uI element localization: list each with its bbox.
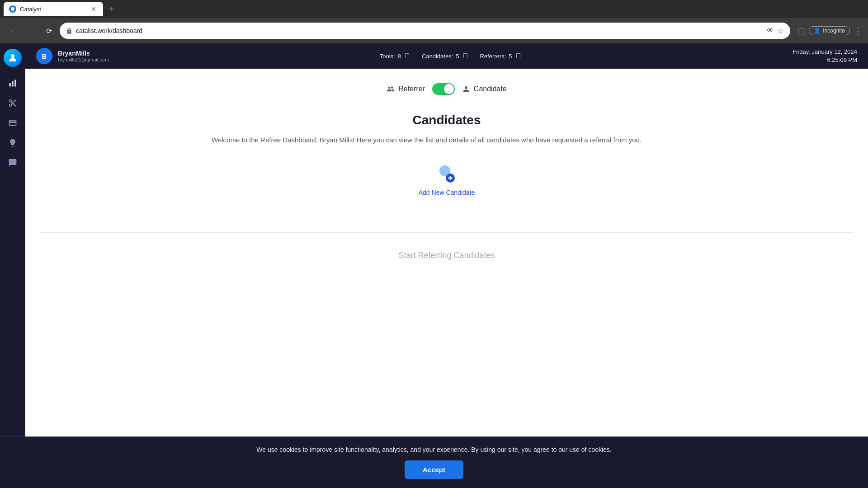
candidates-stat: Candidates: 5 🗒 — [422, 52, 469, 60]
candidate-icon — [462, 85, 470, 93]
header-date: Friday, January 12, 2024 — [793, 48, 857, 56]
active-tab[interactable]: Catalyst ✕ — [4, 2, 103, 16]
address-icons: 👁 ☆ — [767, 27, 784, 35]
app-logo[interactable] — [4, 49, 22, 67]
referrer-toggle-label: Referrer — [387, 85, 425, 93]
content-divider — [40, 232, 854, 233]
person-icon: 👤 — [814, 28, 821, 34]
tools-count: 8 — [398, 53, 401, 60]
page-title: Candidates — [413, 113, 481, 127]
sidebar: B — [0, 43, 25, 488]
cookie-accept-button[interactable]: Accept — [405, 460, 463, 479]
chart-bar-icon — [8, 79, 17, 88]
card-icon — [8, 118, 17, 127]
chat-icon — [8, 158, 17, 167]
add-candidate-icon-container — [436, 164, 458, 185]
back-button[interactable]: ← — [5, 23, 20, 38]
empty-state-text: Start Referring Candidates — [398, 251, 495, 260]
cookie-text: We use cookies to improve site functiona… — [256, 446, 611, 453]
header-time: 6:25:09 PM — [793, 56, 857, 64]
eye-off-icon: 👁 — [767, 27, 774, 35]
tab-close-button[interactable]: ✕ — [90, 5, 98, 13]
header-avatar: B — [36, 48, 52, 64]
tab-bar: Catalyst ✕ + — [0, 0, 868, 18]
tab-favicon — [9, 5, 16, 13]
url-text: catalist.work/dashboard — [76, 27, 763, 34]
page-content: Referrer Candidate Candidates Welcome to… — [25, 69, 868, 488]
page-description: Welcome to the Refree Dashboard, Bryan M… — [212, 135, 682, 145]
add-candidate-label: Add New Candidate — [419, 189, 475, 196]
tools-label: Tools: — [380, 53, 395, 60]
incognito-label: Incognito — [823, 28, 845, 34]
referrers-count: 5 — [509, 53, 512, 60]
cookie-banner: We use cookies to improve site functiona… — [0, 436, 868, 488]
add-candidate-button[interactable]: Add New Candidate — [419, 164, 475, 196]
view-toggle-switch[interactable] — [432, 83, 455, 95]
svg-rect-1 — [9, 83, 11, 87]
header-email: bry.mills01@gmail.com — [58, 57, 109, 62]
tools-icon: 🗒 — [404, 52, 411, 60]
scissors-icon — [8, 99, 17, 108]
logo-icon — [7, 52, 18, 63]
candidates-icon: 🗒 — [462, 52, 469, 60]
referrers-label: Referrers: — [480, 53, 506, 60]
svg-point-0 — [11, 54, 14, 58]
browser-right-icons: ⬚ 👤 Incognito ⋮ — [794, 25, 863, 36]
new-tab-button[interactable]: + — [105, 3, 118, 15]
browser-chrome: Catalyst ✕ + ← → ⟳ catalist.work/dashboa… — [0, 0, 868, 43]
refresh-button[interactable]: ⟳ — [42, 23, 56, 38]
header-username: BryanMills — [58, 50, 109, 57]
address-bar[interactable]: catalist.work/dashboard 👁 ☆ — [60, 23, 790, 39]
app: B B BryanMills bry.mills01@gmail.com Too… — [0, 43, 868, 488]
extensions-icon[interactable]: ⬚ — [797, 26, 805, 36]
add-person-icon — [436, 164, 458, 185]
sidebar-item-tools[interactable] — [4, 94, 22, 112]
browser-toolbar: ← → ⟳ catalist.work/dashboard 👁 ☆ ⬚ 👤 In… — [0, 18, 868, 43]
view-toggle-bar: Referrer Candidate — [387, 83, 507, 95]
star-icon[interactable]: ☆ — [778, 27, 784, 35]
main-content: B BryanMills bry.mills01@gmail.com Tools… — [25, 43, 868, 488]
incognito-badge: 👤 Incognito — [809, 26, 850, 35]
toggle-thumb — [444, 84, 454, 94]
referrer-icon — [387, 85, 395, 93]
app-header: B BryanMills bry.mills01@gmail.com Tools… — [25, 43, 868, 69]
sidebar-item-ideas[interactable] — [4, 134, 22, 152]
header-stats: Tools: 8 🗒 Candidates: 5 🗒 Referrers: 5 … — [380, 52, 522, 60]
forward-button[interactable]: → — [24, 23, 38, 38]
referrers-stat: Referrers: 5 🗒 — [480, 52, 522, 60]
sidebar-item-analytics[interactable] — [4, 74, 22, 92]
menu-icon[interactable]: ⋮ — [854, 25, 863, 36]
svg-rect-2 — [12, 81, 13, 87]
header-user: B BryanMills bry.mills01@gmail.com — [36, 48, 109, 64]
referrers-icon: 🗒 — [515, 52, 522, 60]
candidates-label: Candidates: — [422, 53, 453, 60]
tools-stat: Tools: 8 🗒 — [380, 52, 411, 60]
header-datetime: Friday, January 12, 2024 6:25:09 PM — [793, 48, 857, 64]
candidates-count: 5 — [456, 53, 459, 60]
candidate-toggle-label: Candidate — [462, 85, 507, 93]
lock-icon — [66, 28, 72, 34]
svg-rect-3 — [14, 80, 16, 87]
sidebar-item-cards[interactable] — [4, 114, 22, 132]
lightbulb-icon — [8, 138, 17, 147]
header-user-info: BryanMills bry.mills01@gmail.com — [58, 50, 109, 62]
sidebar-item-messages[interactable] — [4, 154, 22, 172]
tab-title: Catalyst — [20, 6, 86, 13]
